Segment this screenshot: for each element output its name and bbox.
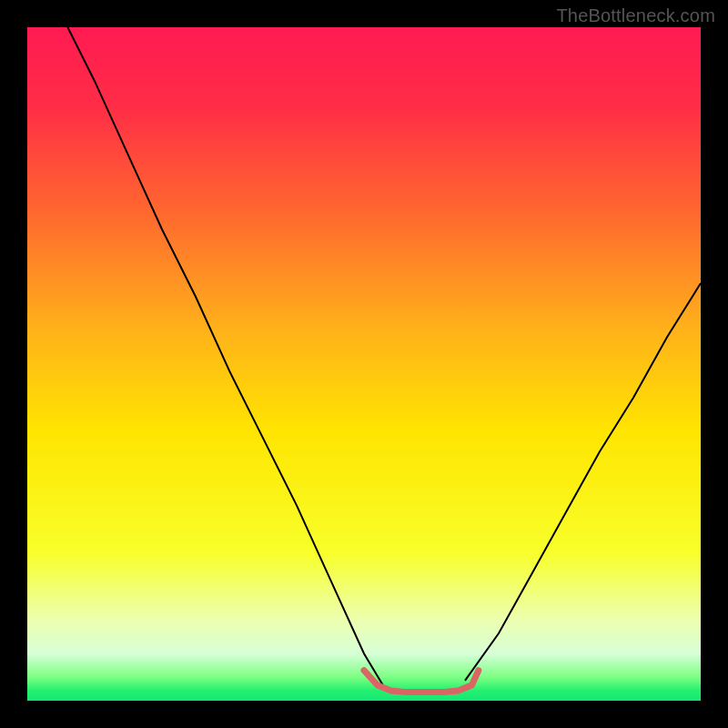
chart-frame: TheBottleneck.com	[0, 0, 728, 728]
chart-background	[27, 27, 701, 701]
chart-svg	[27, 27, 701, 701]
watermark-text: TheBottleneck.com	[556, 5, 715, 26]
chart-canvas	[27, 27, 701, 701]
